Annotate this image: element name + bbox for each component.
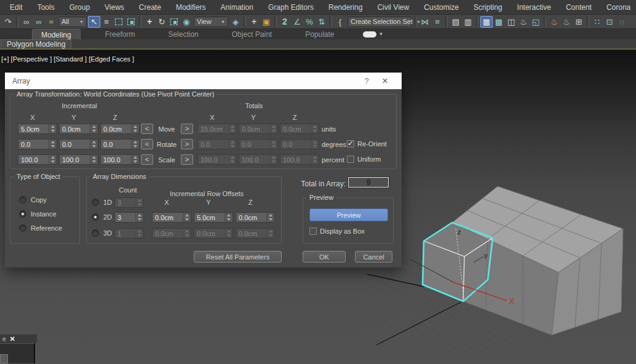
- count-2d-field-spinner-arrows[interactable]: [135, 213, 143, 222]
- menu-views[interactable]: Views: [97, 0, 132, 14]
- scale-incremental-z-field[interactable]: 100.0: [100, 154, 140, 165]
- menu-content[interactable]: Content: [558, 0, 599, 14]
- rotate-incremental-x-field-spinner-arrows[interactable]: [49, 140, 57, 149]
- menu-animation[interactable]: Animation: [213, 0, 261, 14]
- tab-populate[interactable]: Populate: [296, 29, 343, 39]
- select-and-place-icon[interactable]: ◉: [180, 16, 193, 28]
- soft-selection-icon[interactable]: ◌: [616, 16, 628, 28]
- tab-object-paint[interactable]: Object Paint: [223, 29, 280, 39]
- menu-create[interactable]: Create: [132, 0, 169, 14]
- dialog-close-button[interactable]: ✕: [376, 76, 394, 85]
- select-object-icon[interactable]: ↖: [88, 16, 100, 28]
- radio-reference[interactable]: Reference: [19, 224, 62, 232]
- menu-customize[interactable]: Customize: [416, 0, 466, 14]
- radio-2d-circle[interactable]: [92, 213, 99, 221]
- scale-incremental-y-field[interactable]: 100.0: [59, 154, 98, 165]
- count-2d-field[interactable]: 3: [114, 212, 144, 223]
- re-orient-checkbox[interactable]: Re-Orient: [347, 140, 387, 148]
- panel-tab-polygon-modeling[interactable]: Polygon Modeling: [1, 39, 71, 49]
- docked-panel-close-icon[interactable]: ✕: [10, 335, 15, 343]
- menu-scripting[interactable]: Scripting: [466, 0, 510, 14]
- offset-2d-z-field-spinner-arrows[interactable]: [266, 213, 274, 222]
- docked-panel-tab[interactable]: e ✕: [0, 334, 37, 343]
- toggle-layer-explorer-icon[interactable]: ▥: [462, 16, 474, 28]
- unlink-selection-icon[interactable]: ∞: [33, 16, 45, 28]
- offset-2d-x-field-spinner-arrows[interactable]: [183, 213, 191, 222]
- spinner-snap-toggle-icon[interactable]: ⇅: [316, 16, 328, 28]
- scale-totals-swap-button[interactable]: >: [181, 154, 193, 165]
- move-incremental-x-field[interactable]: 5.0cm: [18, 124, 57, 134]
- edit-named-selection-sets-icon[interactable]: {: [334, 16, 346, 28]
- scale-incremental-x-field[interactable]: 100.0: [18, 154, 57, 165]
- render-production-icon[interactable]: ♨: [548, 16, 560, 28]
- radio-1d-circle[interactable]: [92, 199, 99, 206]
- menu-civil-view[interactable]: Civil View: [370, 0, 416, 14]
- offset-2d-y-field[interactable]: 5.0cm: [194, 212, 233, 223]
- select-and-scale-icon[interactable]: [168, 16, 180, 28]
- move-incremental-z-field[interactable]: 0.0cm: [100, 124, 140, 134]
- window-crossing-toggle-icon[interactable]: [125, 16, 137, 28]
- rotate-incremental-z-field-spinner-arrows[interactable]: [131, 140, 139, 149]
- radio-3d[interactable]: 3D: [92, 229, 112, 237]
- select-and-rotate-icon[interactable]: ↻: [156, 16, 168, 28]
- named-selection-set-dropdown[interactable]: Create Selection Set▼: [348, 17, 411, 27]
- select-and-manipulate-icon[interactable]: +: [248, 16, 260, 28]
- radio-copy-circle[interactable]: [19, 196, 26, 204]
- reset-all-parameters-button[interactable]: Reset All Parameters: [194, 251, 282, 263]
- radio-1d[interactable]: 1D: [92, 199, 112, 206]
- tab-selection[interactable]: Selection: [159, 29, 207, 39]
- mirror-icon[interactable]: ⋈: [419, 16, 431, 28]
- tab-freeform[interactable]: Freeform: [97, 29, 144, 39]
- scale-incremental-z-field-spinner-arrows[interactable]: [131, 155, 139, 164]
- dialog-help-button[interactable]: ?: [357, 76, 376, 85]
- rectangular-selection-region-icon[interactable]: [113, 16, 125, 28]
- material-editor-icon[interactable]: ◫: [505, 16, 517, 28]
- offset-2d-y-field-spinner-arrows[interactable]: [225, 213, 233, 222]
- menu-modifiers[interactable]: Modifiers: [169, 0, 213, 14]
- use-pivot-point-center-icon[interactable]: ◈: [229, 16, 242, 28]
- reference-coordinate-system-dropdown[interactable]: View▼: [194, 17, 228, 27]
- display-as-box-checkbox[interactable]: Display as Box: [309, 228, 365, 235]
- rotate-totals-swap-button[interactable]: >: [181, 139, 193, 149]
- radio-instance-circle[interactable]: [19, 210, 26, 218]
- array-dialog-titlebar[interactable]: Array ? ✕: [5, 73, 402, 89]
- radio-2d[interactable]: 2D: [92, 213, 112, 221]
- menu-rendering[interactable]: Rendering: [321, 0, 370, 14]
- undo-icon[interactable]: ↷: [2, 16, 14, 28]
- menu-tools[interactable]: Tools: [30, 0, 62, 14]
- move-incremental-x-field-spinner-arrows[interactable]: [49, 124, 57, 133]
- menu-group[interactable]: Group: [62, 0, 97, 14]
- menu-graph-editors[interactable]: Graph Editors: [261, 0, 321, 14]
- keyboard-shortcut-override-icon[interactable]: ▣: [260, 16, 272, 28]
- radio-instance[interactable]: Instance: [19, 210, 57, 218]
- percent-snap-toggle-icon[interactable]: %: [303, 16, 316, 28]
- preview-button[interactable]: Preview: [309, 208, 388, 221]
- menu-edit[interactable]: Edit: [2, 0, 30, 14]
- menu-interactive[interactable]: Interactive: [510, 0, 558, 14]
- curve-editor-icon[interactable]: ▦: [480, 16, 493, 28]
- offset-2d-z-field[interactable]: 0.0cm: [236, 212, 275, 223]
- menu-corona[interactable]: Corona: [599, 0, 636, 14]
- rotate-incremental-x-field[interactable]: 0.0: [18, 139, 57, 149]
- uniform-checkbox-box[interactable]: [347, 156, 354, 163]
- move-totals-swap-button[interactable]: >: [181, 124, 193, 134]
- render-iterative-icon[interactable]: ♨: [560, 16, 573, 28]
- select-and-link-icon[interactable]: ∞: [20, 16, 33, 28]
- docked-panel-button[interactable]: [0, 354, 8, 363]
- select-by-name-icon[interactable]: ≡: [100, 16, 113, 28]
- align-icon[interactable]: ≡: [431, 16, 443, 28]
- rotate-incremental-y-field-spinner-arrows[interactable]: [90, 140, 98, 149]
- tab-modeling[interactable]: Modeling: [32, 29, 81, 39]
- move-incremental-z-field-spinner-arrows[interactable]: [131, 124, 139, 133]
- move-incremental-y-field[interactable]: 0.0cm: [59, 124, 98, 134]
- state-sets-icon[interactable]: ⊞: [573, 16, 585, 28]
- ribbon-config-icon[interactable]: [363, 31, 376, 38]
- select-and-move-icon[interactable]: +: [143, 16, 156, 28]
- move-incremental-y-field-spinner-arrows[interactable]: [90, 124, 98, 133]
- selection-filter-dropdown[interactable]: All▼: [58, 17, 87, 27]
- offset-2d-x-field[interactable]: 0.0cm: [152, 212, 191, 223]
- snap-grid-icon[interactable]: ∷: [591, 16, 603, 28]
- uniform-checkbox[interactable]: Uniform: [347, 156, 381, 163]
- rotate-incremental-swap-button[interactable]: <: [141, 139, 153, 149]
- move-incremental-swap-button[interactable]: <: [141, 124, 153, 134]
